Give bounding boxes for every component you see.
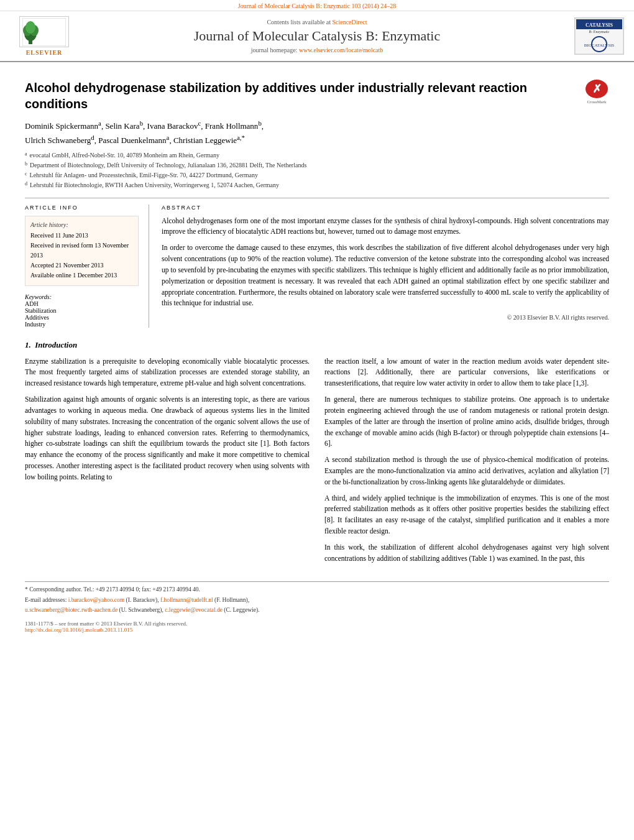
crossmark-label: CrossMark xyxy=(587,99,606,104)
elsevier-logo: ELSEVIER xyxy=(10,16,78,56)
crossmark-badge: ✗ CrossMark xyxy=(584,80,609,104)
email-barackov[interactable]: i.barackov@yahoo.com xyxy=(68,597,125,603)
abstract-heading: ABSTRACT xyxy=(162,205,609,211)
email-hollmann-name: (F. Hollmann), xyxy=(214,597,249,603)
svg-point-5 xyxy=(25,21,35,34)
article-history-box: Article history: Received 11 June 2013 R… xyxy=(25,216,139,286)
elsevier-logo-section: ELSEVIER xyxy=(10,16,78,56)
intro-para-r5: In this work, the stabilization of diffe… xyxy=(324,542,609,565)
abstract-para-1: Alcohol dehydrogenases form one of the m… xyxy=(162,216,609,238)
history-label: Article history: xyxy=(30,221,133,228)
journal-top-bar: Journal of Molecular Catalysis B: Enzyma… xyxy=(0,0,634,11)
abstract-col: ABSTRACT Alcohol dehydrogenases form one… xyxy=(162,205,609,328)
authors-line: Dominik Spickermanna, Selin Karab, Ivana… xyxy=(25,118,609,147)
sciencedirect-line: Contents lists available at ScienceDirec… xyxy=(78,19,556,25)
svg-text:B: Enzymatic: B: Enzymatic xyxy=(589,30,610,34)
abstract-copyright: © 2013 Elsevier B.V. All rights reserved… xyxy=(162,314,609,321)
svg-text:BIOCATALYSIS: BIOCATALYSIS xyxy=(584,43,615,48)
intro-col-right: the reaction itself, a low amount of wat… xyxy=(324,356,609,570)
intro-para-1: Enzyme stabilization is a prerequisite t… xyxy=(25,356,310,389)
catalysis-logo-image: CATALYSIS B: Enzymatic BIOCATALYSIS xyxy=(574,17,624,55)
intro-para-r1: the reaction itself, a low amount of wat… xyxy=(324,356,609,389)
svg-text:CATALYSIS: CATALYSIS xyxy=(586,22,613,28)
accepted-date: Accepted 21 November 2013 xyxy=(30,261,133,270)
article-container: Alcohol dehydrogenase stabilization by a… xyxy=(0,62,634,645)
intro-title: 1. Introduction xyxy=(25,340,609,350)
introduction-section: 1. Introduction Enzyme stabilization is … xyxy=(25,340,609,570)
journal-title: Journal of Molecular Catalysis B: Enzyma… xyxy=(78,28,556,44)
received-date: Received 11 June 2013 xyxy=(30,231,133,241)
journal-homepage: journal homepage: www.elsevier.com/locat… xyxy=(78,47,556,53)
issn-line: 1381-1177/$ – see front matter © 2013 El… xyxy=(25,621,609,627)
affil-c: c Lehrstuhl für Anlagen- und Prozesstech… xyxy=(25,170,609,180)
sciencedirect-link[interactable]: ScienceDirect xyxy=(332,19,367,25)
article-info-abstract: ARTICLE INFO Article history: Received 1… xyxy=(25,205,609,328)
keywords-section: Keywords: ADH Stabilization Additives In… xyxy=(25,293,139,328)
email-leggewie[interactable]: c.leggewie@evocatal.de xyxy=(165,607,223,613)
footnotes: * Corresponding author. Tel.: +49 2173 4… xyxy=(25,581,609,633)
article-info-heading: ARTICLE INFO xyxy=(25,205,139,211)
page-header: ELSEVIER Contents lists available at Sci… xyxy=(0,11,634,62)
intro-col-left: Enzyme stabilization is a prerequisite t… xyxy=(25,356,310,570)
doi-link[interactable]: http://dx.doi.org/10.1016/j.molcatb.2013… xyxy=(25,627,132,633)
keyword-1: ADH xyxy=(25,300,139,307)
keywords-label: Keywords: xyxy=(25,293,139,300)
article-title-section: Alcohol dehydrogenase stabilization by a… xyxy=(25,80,609,112)
journal-citation: Journal of Molecular Catalysis B: Enzyma… xyxy=(238,2,396,9)
affil-b: b Department of Biotechnology, Delft Uni… xyxy=(25,160,609,170)
abstract-para-2: In order to overcome the damage caused t… xyxy=(162,242,609,309)
affiliations: a evocatal GmbH, Alfred-Nobel-Str. 10, 4… xyxy=(25,150,609,190)
catalysis-logo-section: CATALYSIS B: Enzymatic BIOCATALYSIS xyxy=(556,17,624,55)
abstract-text: Alcohol dehydrogenases form one of the m… xyxy=(162,216,609,310)
email-addresses: E-mail addresses: i.barackov@yahoo.com (… xyxy=(25,596,609,604)
elsevier-logo-image xyxy=(19,16,69,47)
email-leggewie-name: (C. Leggewie). xyxy=(224,607,259,613)
email-label: E-mail addresses: xyxy=(25,597,67,603)
crossmark-circle: ✗ xyxy=(586,80,608,98)
email-addresses-2: u.schwaneberg@biotec.rwth-aachen.de (U. … xyxy=(25,606,609,614)
journal-header-center: Contents lists available at ScienceDirec… xyxy=(78,19,556,53)
email-barackov-name: (I. Barackov), xyxy=(126,597,159,603)
divider-1 xyxy=(25,198,609,198)
homepage-url[interactable]: www.elsevier.com/locate/molcatb xyxy=(299,47,383,53)
keyword-4: Industry xyxy=(25,321,139,328)
keyword-3: Additives xyxy=(25,314,139,321)
affil-d: d Lehrstuhl für Biotechnologie, RWTH Aac… xyxy=(25,180,609,190)
email-schwaneberg-name: (U. Schwaneberg), xyxy=(119,607,163,613)
intro-para-r2: In general, there are numerous technique… xyxy=(324,394,609,450)
elsevier-wordmark: ELSEVIER xyxy=(26,49,63,56)
email-hollmann[interactable]: f.hollmann@tudelft.nl xyxy=(160,597,213,603)
article-title: Alcohol dehydrogenase stabilization by a… xyxy=(25,80,574,112)
intro-para-2: Stabilization against high amounts of or… xyxy=(25,394,310,483)
page-bottom: 1381-1177/$ – see front matter © 2013 El… xyxy=(25,621,609,633)
article-info-col: ARTICLE INFO Article history: Received 1… xyxy=(25,205,149,328)
intro-para-r4: A third, and widely applied technique is… xyxy=(324,493,609,537)
revised-date: Received in revised form 13 November 201… xyxy=(30,241,133,261)
available-date: Available online 1 December 2013 xyxy=(30,270,133,280)
affil-a: a evocatal GmbH, Alfred-Nobel-Str. 10, 4… xyxy=(25,150,609,160)
doi-line: http://dx.doi.org/10.1016/j.molcatb.2013… xyxy=(25,627,609,633)
intro-body: Enzyme stabilization is a prerequisite t… xyxy=(25,356,609,570)
keyword-2: Stabilization xyxy=(25,307,139,314)
intro-para-r3: A second stabilization method is through… xyxy=(324,455,609,487)
email-schwaneberg[interactable]: u.schwaneberg@biotec.rwth-aachen.de xyxy=(25,607,117,613)
corresponding-author: * Corresponding author. Tel.: +49 2173 4… xyxy=(25,586,609,594)
